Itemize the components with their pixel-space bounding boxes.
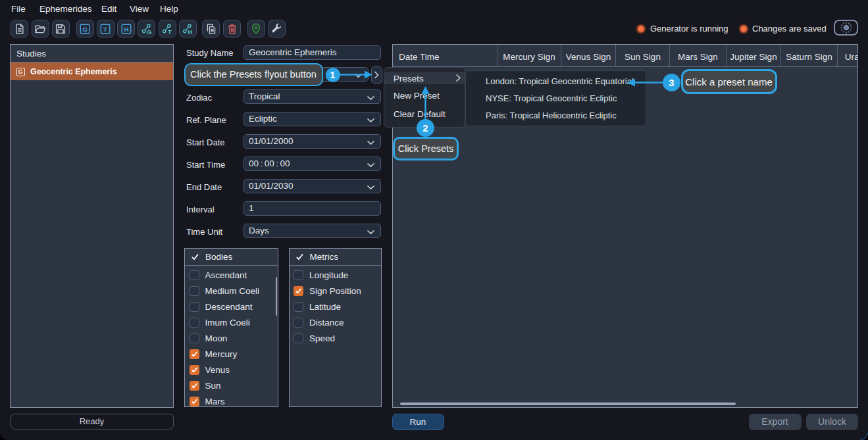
svg-text:H: H [124, 25, 128, 32]
svg-text:H: H [188, 28, 193, 34]
svg-text:T: T [103, 25, 107, 32]
svg-text:T: T [168, 28, 172, 34]
svg-text:G: G [147, 28, 151, 34]
svg-text:G: G [82, 25, 88, 32]
